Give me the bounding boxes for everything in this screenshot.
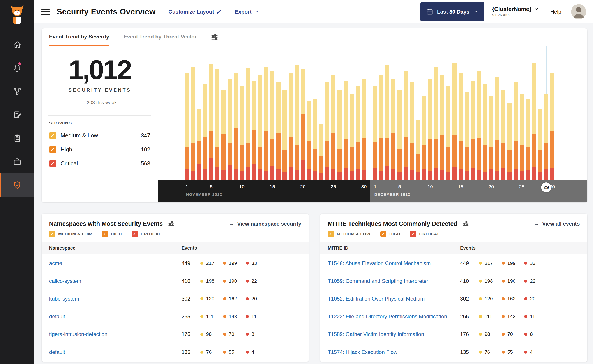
mitre-technique-link[interactable]: T1059: Command and Scripting Interpreter: [328, 278, 460, 284]
stacked-bar-dec-26[interactable]: [526, 99, 530, 181]
stacked-bar-dec-29[interactable]: [544, 94, 548, 181]
stacked-bar-nov-2[interactable]: [191, 67, 195, 181]
filter-high[interactable]: HIGH: [102, 231, 122, 237]
stacked-bar-dec-28[interactable]: [538, 109, 542, 181]
view-namespace-security-link[interactable]: → View namespace security: [229, 221, 301, 227]
checkbox-high[interactable]: [380, 231, 386, 237]
help-link[interactable]: Help: [550, 9, 561, 15]
user-avatar[interactable]: [571, 4, 586, 19]
filter-critical[interactable]: CRITICAL: [132, 231, 161, 237]
stacked-bar-dec-6[interactable]: [404, 71, 408, 181]
sidebar-item-workloads[interactable]: [0, 150, 34, 174]
stacked-bar-dec-11[interactable]: [434, 67, 438, 181]
menu-icon[interactable]: [41, 8, 50, 15]
stacked-bar-nov-8[interactable]: [227, 78, 232, 181]
mitre-technique-link[interactable]: T1574: Hijack Execution Flow: [328, 349, 460, 355]
checkbox-critical[interactable]: [410, 231, 416, 237]
stacked-bar-dec-22[interactable]: [501, 90, 505, 181]
stacked-bar-nov-7[interactable]: [221, 90, 226, 181]
stacked-bar-nov-6[interactable]: [215, 69, 220, 181]
stacked-bar-nov-16[interactable]: [276, 82, 280, 181]
stacked-bar-dec-21[interactable]: [495, 77, 499, 181]
stacked-bar-dec-20[interactable]: [489, 96, 493, 181]
filter-medium_low[interactable]: MEDIUM & LOW: [328, 231, 370, 237]
stacked-bar-dec-30[interactable]: [550, 73, 554, 181]
stacked-bar-dec-9[interactable]: [422, 96, 426, 181]
sidebar-item-service-graph[interactable]: [0, 80, 34, 103]
stacked-bar-dec-1[interactable]: [373, 86, 377, 181]
severity-filter-critical[interactable]: Critical563: [49, 157, 150, 171]
stacked-bar-dec-18[interactable]: [477, 71, 481, 181]
mitre-technique-link[interactable]: T1222: File and Directory Permissions Mo…: [328, 313, 460, 320]
calico-cat-logo[interactable]: [0, 0, 34, 33]
stacked-bar-nov-11[interactable]: [246, 68, 250, 181]
table-settings-icon[interactable]: [168, 221, 174, 227]
sidebar-item-policies[interactable]: [0, 103, 34, 126]
stacked-bar-dec-2[interactable]: [379, 75, 383, 181]
stacked-bar-dec-16[interactable]: [465, 92, 469, 181]
stacked-bar-dec-25[interactable]: [520, 94, 524, 181]
stacked-bar-nov-23[interactable]: [319, 124, 323, 181]
stacked-bar-nov-12[interactable]: [252, 80, 256, 181]
stacked-bar-nov-1[interactable]: [185, 73, 189, 181]
export-link[interactable]: Export: [235, 9, 260, 15]
stacked-bar-nov-10[interactable]: [240, 86, 244, 181]
checkbox-high[interactable]: [49, 146, 56, 153]
stacked-bar-dec-8[interactable]: [416, 120, 420, 181]
stacked-bar-nov-24[interactable]: [325, 82, 329, 181]
stacked-bar-nov-25[interactable]: [331, 75, 335, 181]
checkbox-critical[interactable]: [132, 231, 138, 237]
filter-critical[interactable]: CRITICAL: [410, 231, 440, 237]
stacked-bar-nov-3[interactable]: [197, 109, 201, 181]
stacked-bar-nov-28[interactable]: [350, 94, 354, 181]
filter-high[interactable]: HIGH: [380, 231, 400, 237]
namespace-link[interactable]: acme: [49, 260, 181, 266]
table-settings-icon[interactable]: [463, 221, 469, 227]
stacked-bar-dec-3[interactable]: [385, 65, 389, 181]
sidebar-item-home[interactable]: [0, 33, 34, 56]
stacked-bar-nov-14[interactable]: [264, 67, 268, 181]
mitre-technique-link[interactable]: T1589: Gather Victim Identity Informatio…: [328, 331, 460, 337]
stacked-bar-nov-13[interactable]: [258, 75, 262, 181]
namespace-link[interactable]: tigera-intrusion-detection: [49, 331, 181, 337]
cluster-selector[interactable]: {ClusterName} V1.26 AKS: [492, 6, 539, 18]
stacked-bar-nov-15[interactable]: [270, 71, 274, 181]
stacked-bar-dec-10[interactable]: [428, 78, 432, 181]
stacked-bar-nov-19[interactable]: [295, 65, 299, 181]
stacked-bar-dec-27[interactable]: [532, 64, 536, 181]
mitre-technique-link[interactable]: T1052: Exfiltration Over Physical Medium: [328, 296, 460, 302]
severity-filter-medium_low[interactable]: Medium & Low347: [49, 129, 150, 143]
namespace-link[interactable]: calico-system: [49, 278, 181, 284]
customize-layout-link[interactable]: Customize Layout: [168, 9, 222, 15]
sidebar-item-alerts[interactable]: [0, 56, 34, 80]
stacked-bar-dec-12[interactable]: [440, 75, 444, 181]
stacked-bar-nov-20[interactable]: [301, 69, 305, 181]
view-all-events-link[interactable]: → View all events: [534, 221, 580, 227]
stacked-bar-dec-7[interactable]: [410, 82, 414, 181]
checkbox-medium_low[interactable]: [49, 231, 55, 237]
stacked-bar-nov-30[interactable]: [362, 78, 366, 181]
tab-event-trend-by-threat-vector[interactable]: Event Trend by Threat Vector: [124, 28, 197, 46]
stacked-bar-nov-5[interactable]: [209, 64, 213, 181]
stacked-bar-dec-17[interactable]: [471, 80, 475, 181]
stacked-bar-dec-23[interactable]: [507, 103, 512, 181]
mitre-technique-link[interactable]: T1548: Abuse Elevation Control Mechanism: [328, 260, 460, 266]
checkbox-medium_low[interactable]: [328, 231, 334, 237]
checkbox-critical[interactable]: [49, 160, 56, 167]
stacked-bar-nov-26[interactable]: [337, 90, 342, 181]
namespace-link[interactable]: default: [49, 349, 181, 355]
sidebar-item-compliance[interactable]: [0, 126, 34, 150]
stacked-bar-nov-17[interactable]: [282, 90, 287, 181]
stacked-bar-dec-5[interactable]: [397, 90, 402, 181]
stacked-bar-dec-19[interactable]: [483, 84, 487, 181]
namespace-link[interactable]: default: [49, 313, 181, 320]
stacked-bar-dec-14[interactable]: [453, 64, 457, 181]
stacked-bar-nov-27[interactable]: [344, 80, 348, 181]
stacked-bar-dec-15[interactable]: [459, 73, 463, 181]
tab-event-trend-by-severity[interactable]: Event Trend by Severity: [49, 28, 109, 46]
stacked-bar-nov-4[interactable]: [203, 84, 207, 181]
stacked-bar-nov-29[interactable]: [356, 86, 360, 181]
date-range-button[interactable]: Last 30 Days: [420, 2, 485, 22]
checkbox-high[interactable]: [102, 231, 108, 237]
stacked-bar-dec-13[interactable]: [446, 86, 450, 181]
